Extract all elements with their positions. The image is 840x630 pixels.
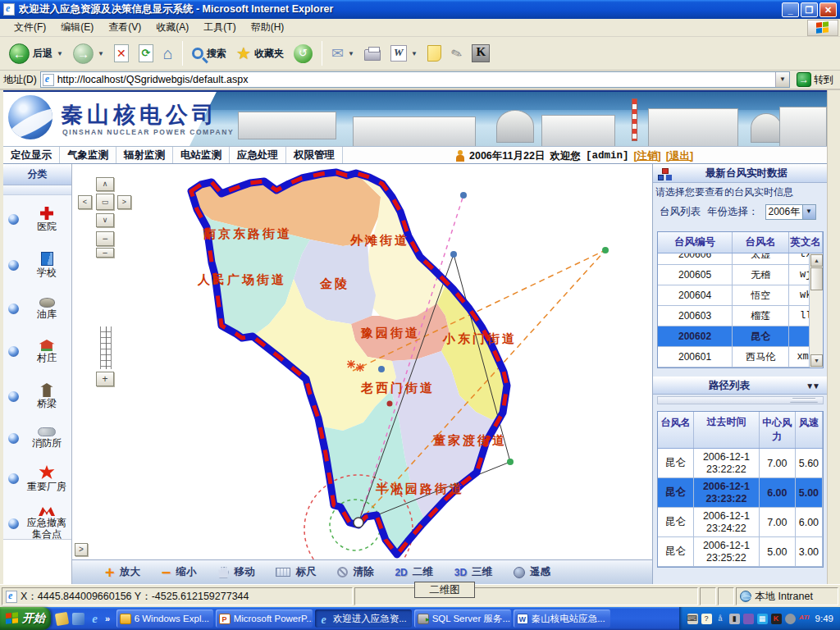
- home-button[interactable]: ⌂: [159, 43, 177, 65]
- taskbar-button-word[interactable]: W 秦山核电站应急...: [514, 609, 610, 628]
- scroll-up-icon[interactable]: ▲: [810, 254, 823, 267]
- address-field[interactable]: ▼: [40, 71, 790, 88]
- forward-button[interactable]: → ▼: [69, 42, 108, 66]
- path-row[interactable]: 昆仑 2006-12-123:24:22 7.00 6.00: [658, 508, 823, 537]
- zoom-slider[interactable]: [100, 326, 112, 369]
- remote-sensing-tool[interactable]: 遥感: [514, 565, 550, 579]
- typhoon-table-scrollbar[interactable]: ▲ ▼: [809, 253, 823, 368]
- ruler-tool[interactable]: 标尺: [276, 565, 316, 579]
- zoom-out-step-button[interactable]: −: [96, 231, 114, 246]
- expand-panel-button[interactable]: >: [75, 543, 88, 556]
- zoom-in-tool[interactable]: +放大: [105, 565, 140, 579]
- menu-favorites[interactable]: 收藏(A): [148, 18, 196, 37]
- sidebar-header[interactable]: 分类: [3, 164, 71, 185]
- address-input[interactable]: [57, 74, 772, 85]
- note-button[interactable]: [423, 43, 445, 63]
- tab-radiation-monitor[interactable]: 辐射监测: [116, 147, 173, 163]
- favorites-button[interactable]: ★ 收藏夹: [232, 42, 288, 65]
- go-button[interactable]: → 转到: [793, 71, 837, 88]
- path-splitter[interactable]: [657, 396, 824, 404]
- k-tool-button[interactable]: K: [468, 43, 494, 64]
- typhoon-row-selected[interactable]: 200602 昆仑: [658, 326, 823, 347]
- help-tray-icon[interactable]: ?: [701, 614, 712, 624]
- collapse-chevron-icon[interactable]: ▼▼: [806, 381, 819, 390]
- sidebar-item-assembly-point[interactable]: 应急撤离集合点: [3, 502, 71, 545]
- sidebar-item-school[interactable]: 学校: [3, 247, 71, 283]
- typhoon-row[interactable]: 200601 西马伦 xml: [658, 347, 823, 368]
- restore-button[interactable]: ❐: [801, 2, 818, 17]
- sidebar-item-village[interactable]: 村庄: [3, 335, 71, 368]
- typhoon-row[interactable]: 200603 榴莲 ll: [658, 306, 823, 326]
- exit-link[interactable]: [退出]: [666, 149, 693, 163]
- year-dropdown-icon[interactable]: ▼: [802, 205, 815, 219]
- sidebar-item-hospital[interactable]: 医院: [3, 202, 71, 237]
- taskbar-button-explorer-group[interactable]: 6 Windows Expl... ▼: [116, 609, 213, 628]
- close-button[interactable]: ✕: [819, 2, 837, 17]
- menu-file[interactable]: 文件(F): [7, 18, 53, 37]
- search-button[interactable]: 搜索: [188, 45, 231, 62]
- menu-view[interactable]: 查看(V): [101, 18, 148, 37]
- antivirus-tray-icon[interactable]: K: [771, 614, 782, 624]
- typhoon-row[interactable]: 200604 悟空 wk: [658, 285, 823, 306]
- map-2d-tab[interactable]: 二维图: [414, 582, 475, 598]
- minimize-button[interactable]: _: [782, 2, 799, 17]
- logout-link[interactable]: [注销]: [633, 149, 660, 163]
- word-dropdown-icon[interactable]: ▼: [411, 50, 418, 57]
- taskbar-button-powerpoint[interactable]: P Microsoft PowerP...: [216, 609, 313, 628]
- pan-up-button[interactable]: ∧: [96, 177, 114, 191]
- tab-emergency-handling[interactable]: 应急处理: [230, 147, 286, 163]
- scroll-thumb[interactable]: [810, 267, 823, 290]
- path-row[interactable]: 昆仑 2006-12-123:25:22 5.00 3.00: [658, 537, 823, 567]
- path-list-header[interactable]: 路径列表 ▼▼: [653, 377, 827, 395]
- print-button[interactable]: [360, 44, 385, 62]
- refresh-button[interactable]: ⟳: [135, 43, 158, 64]
- quicklaunch-overflow-icon[interactable]: »: [105, 614, 110, 623]
- path-row-selected[interactable]: 昆仑 2006-12-123:23:22 6.00 5.00: [658, 478, 823, 508]
- menu-edit[interactable]: 编辑(E): [53, 18, 101, 37]
- quicklaunch-icon-2[interactable]: [72, 613, 84, 625]
- sidebar-item-important-plant[interactable]: 重要厂房: [3, 460, 71, 497]
- grid-tray-icon[interactable]: ▦: [757, 614, 768, 624]
- 3d-view-tool[interactable]: 3D三维: [454, 565, 492, 579]
- mail-button[interactable]: ✉ ▼: [327, 43, 358, 64]
- year-select[interactable]: 2006年 ▼: [765, 204, 816, 220]
- 2d-view-tool[interactable]: 2D二维: [395, 565, 432, 579]
- typhoon-row[interactable]: 200605 无稽 wj: [658, 265, 823, 285]
- taskbar-button-sql-server[interactable]: SQL Server 服务...: [414, 609, 511, 628]
- address-dropdown-icon[interactable]: ▼: [775, 72, 789, 87]
- path-row[interactable]: 昆仑 2006-12-123:22:22 7.00 5.60: [658, 449, 823, 478]
- back-button[interactable]: ← 后退 ▼: [5, 42, 67, 66]
- tab-weather-monitor[interactable]: 气象监测: [60, 147, 116, 163]
- quicklaunch-ie-icon[interactable]: e: [89, 613, 101, 625]
- keyboard-tray-icon[interactable]: ⌨: [687, 614, 698, 624]
- pan-left-button[interactable]: <: [78, 195, 92, 209]
- pan-right-button[interactable]: >: [117, 195, 131, 209]
- menu-tools[interactable]: 工具(T): [196, 18, 243, 37]
- mail-dropdown-icon[interactable]: ▼: [348, 50, 354, 57]
- pan-down-button[interactable]: ∨: [96, 213, 114, 227]
- typhoon-row[interactable]: 200606 太虚 tx: [658, 253, 823, 265]
- zoom-out-tool[interactable]: −缩小: [162, 565, 197, 579]
- zoom-in-step-button[interactable]: +: [96, 372, 114, 386]
- quicklaunch-icon-1[interactable]: [55, 611, 69, 625]
- messenger-tray-icon[interactable]: [743, 614, 754, 624]
- forward-dropdown-icon[interactable]: ▼: [98, 50, 104, 57]
- tab-station-monitor[interactable]: 电站监测: [173, 147, 230, 163]
- sidebar-item-oil-depot[interactable]: 油库: [3, 293, 71, 325]
- clear-tool[interactable]: 清除: [337, 565, 373, 579]
- start-button[interactable]: 开始: [0, 607, 51, 630]
- updates-tray-icon[interactable]: å: [715, 614, 726, 624]
- discuss-button[interactable]: ✎: [447, 44, 466, 63]
- sidebar-item-fire-station[interactable]: 消防所: [3, 422, 71, 454]
- center-button[interactable]: ▭: [96, 194, 114, 210]
- sidebar-item-bridge[interactable]: 桥梁: [3, 378, 71, 414]
- scroll-down-icon[interactable]: ▼: [810, 354, 823, 367]
- menu-help[interactable]: 帮助(H): [244, 18, 292, 37]
- stop-button[interactable]: ✕: [110, 43, 133, 64]
- taskbar-button-ie-active[interactable]: e 欢迎进入应急资...: [315, 609, 412, 628]
- zoom-slider-top-button[interactable]: −: [96, 248, 114, 258]
- volume-tray-icon[interactable]: [785, 614, 796, 624]
- database-tray-icon[interactable]: ▮: [729, 614, 740, 624]
- tab-permission-mgmt[interactable]: 权限管理: [286, 147, 343, 163]
- ati-tray-icon[interactable]: ATI: [799, 614, 810, 624]
